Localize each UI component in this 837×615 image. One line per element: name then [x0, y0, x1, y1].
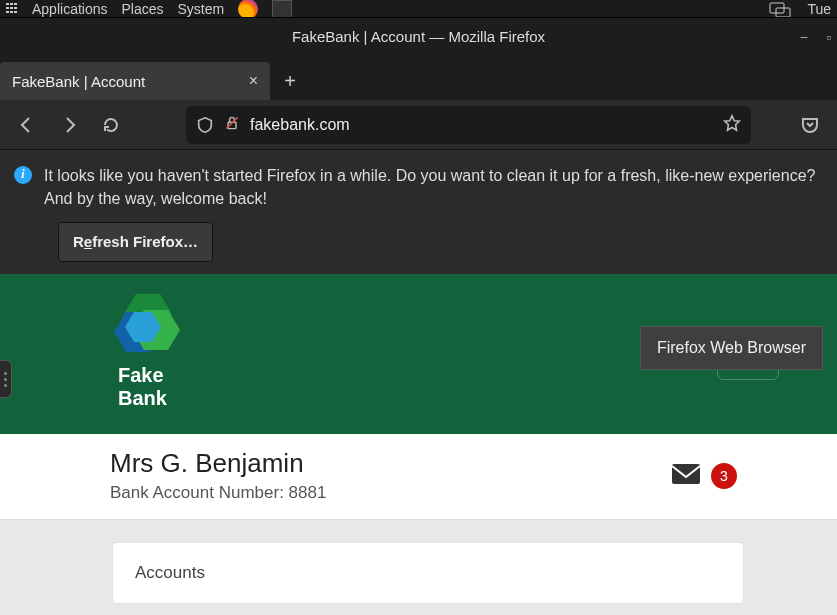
nav-toolbar: fakebank.com [0, 100, 837, 150]
account-holder-name: Mrs G. Benjamin [110, 448, 326, 479]
bank-name: Fake Bank [118, 364, 167, 410]
refresh-label-prefix: R [73, 233, 84, 250]
clock: Tue [807, 1, 831, 17]
back-button[interactable] [10, 108, 44, 142]
pocket-button[interactable] [793, 108, 827, 142]
window-title: FakeBank | Account — Mozilla Firefox [292, 28, 545, 45]
bank-logo-icon[interactable] [112, 294, 184, 364]
tab-title: FakeBank | Account [12, 73, 145, 90]
insecure-lock-icon [224, 115, 240, 135]
info-icon: i [14, 166, 32, 184]
tab-active[interactable]: FakeBank | Account × [0, 62, 270, 100]
mail-count-badge: 3 [711, 463, 737, 489]
minimize-button[interactable]: − [800, 29, 808, 45]
terminal-launcher-icon[interactable] [272, 0, 292, 18]
apps-grid-icon[interactable] [6, 3, 18, 15]
reload-button[interactable] [94, 108, 128, 142]
accounts-card-title: Accounts [135, 563, 721, 583]
new-tab-button[interactable]: + [270, 62, 310, 100]
tab-strip: FakeBank | Account × + [0, 55, 837, 100]
menu-places[interactable]: Places [122, 1, 164, 17]
taskbar-tooltip: Firefox Web Browser [640, 326, 823, 370]
bank-name-line2: Bank [118, 387, 167, 410]
refresh-label-accel: e [84, 233, 92, 250]
info-message: It looks like you haven't started Firefo… [44, 164, 823, 210]
refresh-label-suffix: fresh Firefox… [92, 233, 198, 250]
svg-rect-8 [672, 464, 700, 484]
firefox-launcher-icon[interactable] [238, 0, 258, 19]
firefox-info-bar: i It looks like you haven't started Fire… [0, 150, 837, 274]
mail-icon[interactable] [671, 463, 701, 489]
accounts-card: Accounts [112, 542, 744, 604]
dock-reveal-handle[interactable] [0, 360, 12, 398]
url-bar[interactable]: fakebank.com [186, 106, 751, 144]
refresh-firefox-button[interactable]: Refresh Firefox… [58, 222, 213, 262]
url-text: fakebank.com [250, 116, 713, 134]
bank-name-line1: Fake [118, 364, 167, 387]
menu-system[interactable]: System [178, 1, 225, 17]
account-number-label: Bank Account Number: 8881 [110, 483, 326, 503]
menu-applications[interactable]: Applications [32, 1, 108, 17]
bookmark-star-icon[interactable] [723, 114, 741, 136]
desktop-top-panel: Applications Places System Tue [0, 0, 837, 17]
maximize-button[interactable]: ▫ [826, 29, 831, 45]
account-summary-strip: Mrs G. Benjamin Bank Account Number: 888… [0, 434, 837, 520]
tab-close-icon[interactable]: × [249, 72, 258, 90]
forward-button[interactable] [52, 108, 86, 142]
shield-icon [196, 116, 214, 134]
firefox-title-bar: FakeBank | Account — Mozilla Firefox − ▫ [0, 17, 837, 55]
